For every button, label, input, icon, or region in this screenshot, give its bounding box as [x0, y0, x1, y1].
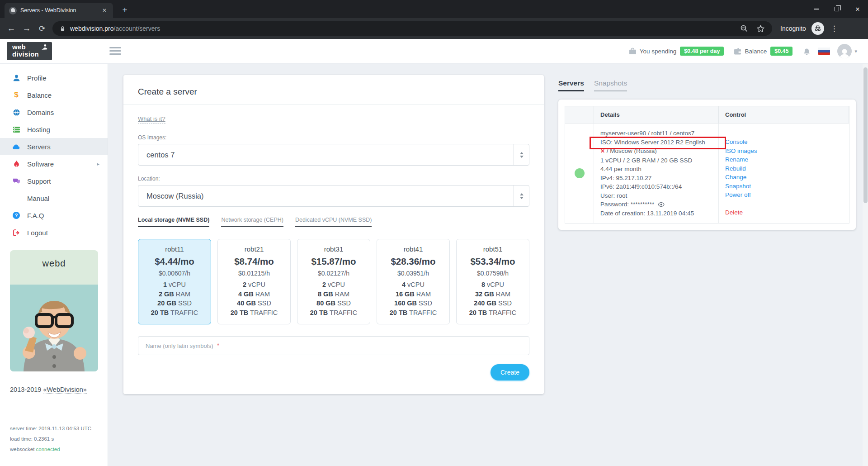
zoom-icon[interactable] — [740, 24, 748, 33]
bookmark-star-icon[interactable] — [756, 24, 765, 33]
power-off-link[interactable]: Power off — [725, 190, 843, 200]
promo-image: webd — [10, 250, 98, 371]
logo-person-icon — [40, 44, 48, 50]
server-stack-icon — [12, 126, 20, 133]
page-title: Create a server — [138, 87, 529, 97]
plan-card-robt11[interactable]: robt11 $4.44/mo $0.00607/h 1 vCPU 2 GB R… — [138, 239, 211, 324]
what-is-it-link[interactable]: What is it? — [138, 115, 165, 124]
window-controls: ✕ — [806, 0, 868, 18]
lock-icon[interactable] — [60, 25, 66, 32]
servers-table: Details Control myserver-user90 / robt11… — [565, 106, 849, 223]
x-mark-icon: ✕ — [600, 148, 605, 154]
plan-card-robt21[interactable]: robt21 $8.74/mo $0.01215/h 2 vCPU 4 GB R… — [217, 239, 291, 324]
iso-images-link[interactable]: ISO images — [725, 147, 843, 156]
location-label: Location: — [138, 176, 529, 182]
wallet-icon — [734, 48, 741, 55]
server-details-cell: myserver-user90 / robt11 / centos7 ISO: … — [594, 124, 719, 223]
copyright-link[interactable]: «WebDivision» — [43, 386, 86, 394]
hamburger-menu-icon[interactable] — [109, 47, 121, 55]
sidebar-item-balance[interactable]: $ Balance — [0, 86, 108, 104]
plan-card-robt51[interactable]: robt51 $53.34/mo $0.07598/h 8 vCPU 32 GB… — [456, 239, 529, 324]
tab-local-storage[interactable]: Local storage (NVME SSD) — [138, 217, 209, 227]
sidebar-item-faq[interactable]: ? F.A.Q — [0, 207, 108, 224]
os-image-select[interactable]: centos 7 — [138, 144, 529, 166]
copyright: 2013-2019 «WebDivision» — [10, 386, 87, 393]
status-online-icon — [575, 168, 585, 178]
servers-panel: Servers Snapshots Details Control myserv… — [558, 76, 856, 230]
plan-card-robt31[interactable]: robt31 $15.87/mo $0.02127/h 2 vCPU 8 GB … — [297, 239, 370, 324]
grid-icon — [12, 195, 20, 202]
main-content: Create a server What is it? OS Images: c… — [108, 64, 868, 466]
rebuild-link[interactable]: Rebuild — [725, 164, 843, 173]
show-password-eye-icon[interactable] — [658, 202, 665, 207]
back-icon[interactable]: ← — [4, 24, 19, 33]
create-server-panel: Create a server What is it? OS Images: c… — [123, 75, 544, 394]
plan-cards: robt11 $4.44/mo $0.00607/h 1 vCPU 2 GB R… — [138, 239, 529, 324]
logo-line2: division — [12, 51, 52, 58]
create-button[interactable]: Create — [491, 364, 529, 380]
sidebar-item-logout[interactable]: Logout — [0, 224, 108, 241]
reload-icon[interactable]: ⟳ — [34, 24, 50, 33]
bell-icon[interactable] — [802, 47, 811, 56]
close-window-button[interactable]: ✕ — [847, 0, 868, 18]
briefcase-icon — [629, 48, 637, 55]
incognito-label: Incognito — [780, 25, 806, 32]
minimize-button[interactable] — [806, 0, 826, 18]
spending-label: You spending — [640, 48, 676, 55]
language-flag-icon[interactable] — [818, 48, 830, 55]
sidebar-item-servers[interactable]: Servers — [0, 138, 108, 155]
server-status-cell — [565, 124, 594, 223]
tab-servers[interactable]: Servers — [558, 79, 584, 91]
sidebar: Profile $ Balance Domains Hosting Server… — [0, 64, 108, 466]
location-select[interactable]: Moscow (Russia) — [138, 185, 529, 207]
incognito-icon[interactable] — [811, 22, 824, 35]
plan-card-robt41[interactable]: robt41 $28.36/mo $0.03951/h 4 vCPU 16 GB… — [377, 239, 450, 324]
server-ipv4-line: IPv4: 95.217.10.27 — [600, 174, 712, 183]
server-location-line: ✕ / Moscow (Russia) — [600, 147, 712, 156]
change-link[interactable]: Change — [725, 173, 843, 182]
server-iso-line: ISO: Windows Server 2012 R2 English — [600, 138, 712, 147]
page-scrollbar[interactable] — [863, 64, 868, 466]
chat-icon — [12, 177, 20, 185]
tab-dedicated-vcpu[interactable]: Dedicated vCPU (NVME SSD) — [295, 217, 372, 227]
logout-icon — [12, 229, 20, 237]
snapshot-link[interactable]: Snapshot — [725, 182, 843, 191]
server-specs-line: 1 vCPU / 2 GB RAM / 20 GB SSD — [600, 156, 712, 165]
address-bar[interactable]: webdivision.pro/account/servers — [52, 21, 772, 36]
col-control: Control — [719, 106, 849, 124]
os-images-label: OS Images: — [138, 134, 529, 141]
tab-snapshots[interactable]: Snapshots — [594, 79, 627, 91]
sidebar-item-manual[interactable]: Manual — [0, 190, 108, 207]
select-stepper-icon[interactable] — [514, 185, 529, 206]
rename-link[interactable]: Rename — [725, 155, 843, 164]
server-password-line: Password: ********** — [600, 200, 712, 209]
delete-link[interactable]: Delete — [725, 208, 843, 217]
forward-icon[interactable]: → — [19, 24, 34, 33]
flame-icon — [12, 160, 20, 168]
server-created-line: Date of creation: 13.11.2019 04:45 — [600, 209, 712, 218]
select-stepper-icon[interactable] — [514, 144, 529, 165]
tab-title: Servers - WebDivision — [20, 7, 97, 14]
browser-tab[interactable]: Servers - WebDivision ✕ — [5, 3, 113, 18]
new-tab-button[interactable]: + — [118, 4, 131, 16]
sidebar-item-software[interactable]: Software ▸ — [0, 155, 108, 172]
sidebar-item-profile[interactable]: Profile — [0, 69, 108, 86]
sidebar-item-hosting[interactable]: Hosting — [0, 121, 108, 138]
tab-close-icon[interactable]: ✕ — [100, 6, 108, 14]
app-header: web division You spending $0.48 per day … — [0, 39, 868, 63]
browser-menu-icon[interactable]: ⋮ — [830, 24, 838, 33]
avatar[interactable] — [837, 44, 852, 58]
tab-network-storage[interactable]: Network storage (CEPH) — [221, 217, 283, 227]
col-status — [565, 106, 594, 124]
user-icon — [12, 74, 20, 82]
cloud-icon — [12, 143, 20, 150]
account-caret-icon[interactable]: ▾ — [854, 48, 857, 54]
websocket-status: websocket connected — [10, 447, 60, 452]
balance-badge: $0.45 — [770, 47, 793, 56]
webdivision-logo[interactable]: web division — [7, 42, 52, 60]
restore-button[interactable] — [826, 0, 847, 18]
console-link[interactable]: Console — [725, 138, 843, 147]
sidebar-item-support[interactable]: Support — [0, 172, 108, 190]
server-name-input[interactable] — [138, 336, 529, 355]
sidebar-item-domains[interactable]: Domains — [0, 104, 108, 121]
